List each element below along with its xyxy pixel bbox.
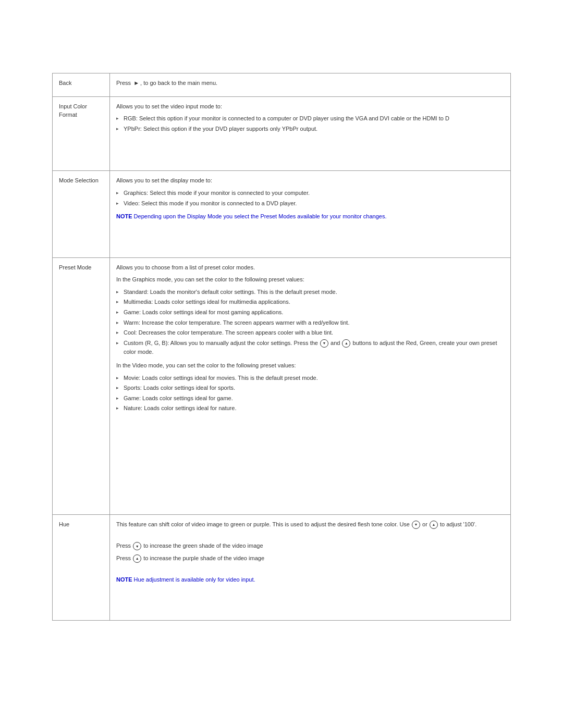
- list-item: Custom (R, G, B): Allows you to manually…: [116, 339, 504, 357]
- row-label-mode: Mode Selection: [53, 171, 110, 257]
- mode-list: Graphics: Select this mode if your monit…: [116, 189, 504, 208]
- mode-note: NOTE Depending upon the Display Mode you…: [116, 212, 504, 221]
- list-item: Graphics: Select this mode if your monit…: [116, 189, 504, 198]
- table-row: Preset Mode Allows you to choose from a …: [53, 257, 511, 514]
- row-label-input-color: Input Color Format: [53, 96, 110, 171]
- row-content-back: Press ►, to go back to the main menu.: [110, 73, 511, 97]
- mode-main: Allows you to set the display mode to:: [116, 176, 504, 186]
- up-icon-small: [133, 554, 141, 563]
- note-label: NOTE: [116, 576, 132, 583]
- list-item: Video: Select this mode if you monitor i…: [116, 199, 504, 208]
- hue-press-down: Press to increase the green shade of the…: [116, 541, 504, 551]
- preset-main: Allows you to choose from a list of pres…: [116, 263, 504, 273]
- row-label-back: Back: [53, 73, 110, 97]
- list-item: Movie: Loads color settings ideal for mo…: [116, 374, 504, 383]
- row-content-input-color: Allows you to set the video input mode t…: [110, 96, 511, 171]
- list-item: Game: Loads color settings ideal for gam…: [116, 394, 504, 403]
- list-item: Cool: Decreases the color temperature. T…: [116, 328, 504, 338]
- back-text: Press ►, to go back to the main menu.: [116, 79, 504, 88]
- row-content-mode: Allows you to set the display mode to: G…: [110, 171, 511, 257]
- note-text: Depending upon the Display Mode you sele…: [132, 213, 387, 219]
- list-item: Multimedia: Loads color settings ideal f…: [116, 298, 504, 307]
- up-icon: [430, 521, 438, 529]
- table-row: Mode Selection Allows you to set the dis…: [53, 171, 511, 257]
- input-color-main: Allows you to set the video input mode t…: [116, 102, 504, 112]
- list-item: Sports: Loads color settings ideal for s…: [116, 384, 504, 393]
- table-row: Hue This feature can shift color of vide…: [53, 514, 511, 620]
- input-color-list: RGB: Select this option if your monitor …: [116, 114, 504, 133]
- note-text: Hue adjustment is available only for vid…: [132, 576, 255, 583]
- main-table: Back Press ►, to go back to the main men…: [52, 73, 511, 621]
- page-wrapper: Back Press ►, to go back to the main men…: [0, 0, 563, 662]
- down-icon-small: [133, 542, 141, 550]
- note-label: NOTE: [116, 213, 132, 219]
- preset-video-list: Movie: Loads color settings ideal for mo…: [116, 374, 504, 413]
- down-icon: [320, 339, 328, 348]
- down-icon: [412, 521, 420, 529]
- row-content-hue: This feature can shift color of video im…: [110, 514, 511, 620]
- hue-press-up: Press to increase the purple shade of th…: [116, 554, 504, 563]
- row-content-preset: Allows you to choose from a list of pres…: [110, 257, 511, 514]
- preset-graphics-list: Standard: Loads the monitor's default co…: [116, 288, 504, 357]
- row-label-hue: Hue: [53, 514, 110, 620]
- row-label-preset: Preset Mode: [53, 257, 110, 514]
- list-item: YPbPr: Select this option if the your DV…: [116, 125, 504, 134]
- up-icon: [342, 339, 350, 348]
- table-row: Input Color Format Allows you to set the…: [53, 96, 511, 171]
- list-item: Game: Loads color settings ideal for mos…: [116, 308, 504, 317]
- preset-video-intro: In the Video mode, you can set the color…: [116, 361, 504, 371]
- preset-sub: In the Graphics mode, you can set the co…: [116, 275, 504, 285]
- list-item: Nature: Loads color settings ideal for n…: [116, 404, 504, 413]
- list-item: Standard: Loads the monitor's default co…: [116, 288, 504, 297]
- list-item: Warm: Increase the color temperature. Th…: [116, 318, 504, 328]
- back-icon: ►: [133, 79, 139, 88]
- table-row: Back Press ►, to go back to the main men…: [53, 73, 511, 97]
- hue-main: This feature can shift color of video im…: [116, 520, 504, 529]
- hue-note: NOTE Hue adjustment is available only fo…: [116, 575, 504, 585]
- list-item: RGB: Select this option if your monitor …: [116, 114, 504, 124]
